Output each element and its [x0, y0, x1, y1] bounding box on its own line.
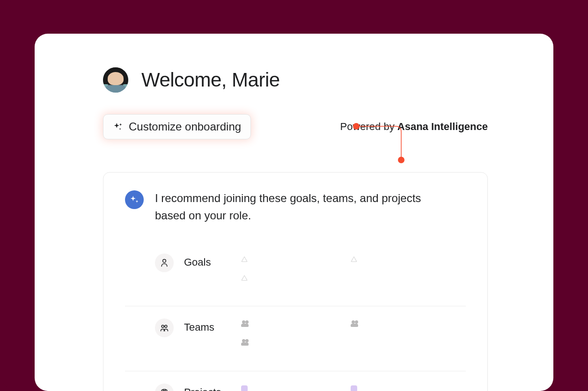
recommendation-text: I recommend joining these goals, teams, … [155, 189, 445, 224]
teams-label: Teams [184, 319, 231, 333]
project-item-placeholder[interactable] [351, 385, 358, 391]
powered-by-brand: Asana Intelligence [397, 121, 488, 132]
header-row: Welcome, Marie [103, 67, 488, 93]
svg-point-1 [398, 157, 404, 163]
recommendation-card: I recommend joining these goals, teams, … [103, 172, 488, 391]
goals-icon [155, 253, 174, 272]
teams-items [241, 319, 458, 357]
svg-point-3 [162, 326, 164, 328]
welcome-heading: Welcome, Marie [141, 69, 280, 91]
recommendation-header: I recommend joining these goals, teams, … [125, 189, 466, 224]
goal-item-placeholder[interactable] [241, 274, 249, 282]
ai-sparkles-icon [125, 190, 144, 209]
goals-section: Goals [125, 241, 466, 306]
projects-label: Projects [184, 384, 231, 391]
projects-items [241, 384, 458, 391]
avatar[interactable] [103, 67, 128, 93]
team-item-placeholder[interactable] [241, 320, 249, 328]
goals-label: Goals [184, 253, 231, 268]
sub-row: Customize onboarding Powered by Asana In… [103, 113, 488, 140]
svg-point-4 [165, 326, 167, 328]
svg-point-2 [163, 260, 166, 263]
frame: Welcome, Marie Customize onboarding [0, 0, 588, 391]
powered-by-text: Powered by Asana Intelligence [340, 121, 488, 133]
onboarding-card: Welcome, Marie Customize onboarding [35, 34, 553, 391]
goal-item-placeholder[interactable] [241, 255, 249, 263]
customize-label: Customize onboarding [129, 120, 241, 133]
teams-icon [155, 319, 174, 337]
projects-icon [155, 384, 174, 391]
team-item-placeholder[interactable] [351, 320, 358, 328]
customize-onboarding-button[interactable]: Customize onboarding [103, 114, 251, 139]
goals-items [241, 253, 458, 292]
project-item-placeholder[interactable] [241, 385, 249, 391]
goal-item-placeholder[interactable] [351, 255, 358, 263]
team-item-placeholder[interactable] [241, 339, 249, 347]
projects-section: Projects [125, 371, 466, 391]
teams-section: Teams [125, 306, 466, 371]
powered-by-prefix: Powered by [340, 121, 397, 132]
sparkles-icon [113, 122, 123, 132]
